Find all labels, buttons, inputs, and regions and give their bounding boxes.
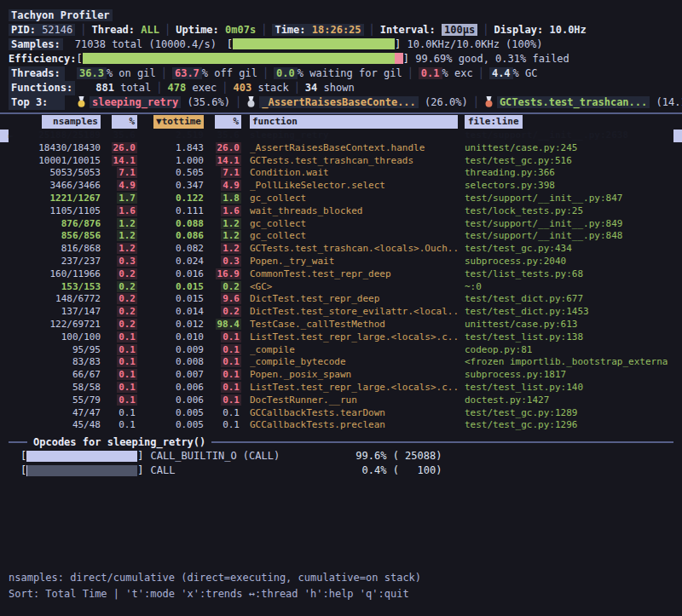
medal-icon: [484, 96, 494, 107]
cell-function: Popen._try_wait: [250, 256, 458, 268]
cell-pct-cumulative: 1.8: [204, 193, 241, 205]
table-row[interactable]: 3466/3466 4.9 0.347 4.9 _PollLikeSelecto…: [9, 180, 673, 193]
status-bar: PID: 52146│Thread: ALL│Uptime: 0m07s│Tim…: [9, 23, 673, 37]
table-row[interactable]: 55/79 0.1 0.006 0.1 DocTestRunner.__run …: [9, 394, 673, 407]
cell-tottime: 0.009: [137, 344, 204, 357]
column-header-tottime-sorted[interactable]: ▼tottime: [137, 115, 204, 129]
cell-tottime: 0.010: [137, 331, 204, 344]
display-label: Display:: [494, 24, 543, 36]
cell-function: DocTestRunner.__run: [250, 394, 458, 407]
title-line: Tachyon Profiler: [9, 9, 673, 23]
thread-stat: 36.3% on gil│: [77, 67, 172, 79]
samples-bar-fill: [233, 38, 395, 49]
table-row[interactable]: 122/69721 0.2 0.012 98.4 TestCase._callT…: [9, 319, 673, 331]
table-row[interactable]: 237/237 0.3 0.024 0.3 Popen._try_wait su…: [9, 256, 673, 268]
pid-value: 52146: [42, 24, 72, 36]
column-header-pct2[interactable]: %: [204, 115, 241, 129]
table-row[interactable]: 1221/1267 1.7 0.122 1.8 gc_collect test/…: [9, 193, 673, 205]
functions-label: Functions:: [9, 81, 75, 95]
cell-function: wait_threads_blocked: [250, 205, 458, 218]
cell-tottime: 0.015: [137, 281, 204, 294]
cell-pct-cumulative: 1.2: [204, 243, 241, 256]
cell-file-line: <frozen importlib._bootstrap_externa: [465, 356, 673, 369]
opcode-percent: 99.6% ( 25088): [348, 449, 442, 463]
cell-pct-cumulative: 1.2: [204, 230, 241, 243]
cell-file-line: test/support/__init__.py:849: [465, 218, 673, 231]
table-row[interactable]: 816/868 1.2 0.082 1.2 GCTests.test_trash…: [9, 243, 673, 256]
footer-keybindings: Sort: Total Time | 't':mode 'x':trends ↔…: [9, 586, 673, 602]
time-label: Time:: [275, 24, 305, 36]
cell-pct-cumulative: 0.1: [204, 382, 241, 394]
cell-pct-cumulative: 98.4: [204, 319, 241, 331]
table-row[interactable]: 160/11966 0.2 0.016 16.9 CommonTest.test…: [9, 268, 673, 281]
profiler-screen: Tachyon Profiler PID: 52146│Thread: ALL│…: [0, 0, 682, 616]
cell-nsamples: 47/47: [17, 407, 101, 420]
cell-pct-cumulative: 1.2: [204, 218, 241, 231]
cell-function: GCCallbackTests.preclean: [250, 419, 458, 432]
cell-function: DictTest.test_repr_deep: [250, 293, 458, 306]
table-row[interactable]: 25188/25189 35.6 2.519 35.6 sleeping_ret…: [9, 130, 673, 142]
cell-nsamples: 856/856: [17, 230, 101, 243]
cell-tottime: 1.000: [137, 155, 204, 168]
table-row[interactable]: 18430/18430 26.0 1.843 26.0 _AssertRaise…: [9, 142, 673, 155]
table-row[interactable]: 10001/10015 14.1 1.000 14.1 GCTests.test…: [9, 155, 673, 168]
cell-file-line: test/support/__init__.py:847: [465, 193, 673, 205]
table-row[interactable]: 876/876 1.2 0.088 1.2 gc_collect test/su…: [9, 218, 673, 231]
cell-pct-cumulative: 9.6: [204, 293, 241, 306]
opcodes-title: Opcodes for sleeping_retry(): [33, 436, 205, 448]
table-row[interactable]: 148/6772 0.2 0.015 9.6 DictTest.test_rep…: [9, 293, 673, 306]
cell-pct-direct: 1.7: [101, 193, 137, 205]
thread-value[interactable]: ALL: [141, 24, 159, 36]
column-header-pct1[interactable]: %: [101, 115, 137, 129]
table-row[interactable]: 58/58 0.1 0.006 0.1 ListTest.test_repr_l…: [9, 382, 673, 394]
table-row[interactable]: 95/95 0.1 0.009 0.1 _compile codeop.py:8…: [9, 344, 673, 357]
pid-label: PID:: [11, 24, 36, 36]
column-header-nsamples[interactable]: nsamples: [17, 115, 101, 129]
cell-pct-direct: 0.3: [101, 256, 137, 268]
thread-stat: 4.4% GC│: [489, 67, 538, 79]
cell-tottime: 0.016: [137, 268, 204, 281]
cell-function: TestCase._callTestMethod: [250, 319, 458, 331]
cell-pct-cumulative: 26.0: [204, 142, 241, 155]
cell-nsamples: 83/83: [17, 356, 101, 369]
thread-stat: 0.1% exc│: [419, 67, 489, 79]
opcode-bar-fill: [26, 465, 27, 476]
top-function[interactable]: sleeping_retry (35.6%)│: [77, 96, 246, 108]
table-row[interactable]: 45/48 0.1 0.005 0.1 GCCallbackTests.prec…: [9, 419, 673, 432]
opcode-bar-fill: [26, 451, 136, 462]
cell-nsamples: 25188/25189: [17, 130, 101, 142]
cell-tottime: 0.012: [137, 319, 204, 331]
divider: │: [402, 67, 419, 79]
rule-line: [211, 441, 673, 443]
cell-pct-cumulative: 0.1: [204, 407, 241, 420]
table-row[interactable]: 83/83 0.1 0.008 0.1 _compile_bytecode <f…: [9, 356, 673, 369]
cell-nsamples: 122/69721: [17, 319, 101, 331]
efficiency-summary: 99.69% good, 0.31% failed: [415, 53, 569, 65]
table-row[interactable]: 47/47 0.1 0.005 0.1 GCCallbackTests.tear…: [9, 407, 673, 420]
efficiency-bar-good-fill: [83, 53, 396, 64]
efficiency-label: Efficiency:: [9, 53, 76, 65]
table-row[interactable]: 100/100 0.1 0.010 0.1 ListTest.test_repr…: [9, 331, 673, 344]
table-row[interactable]: 1105/1105 1.6 0.111 1.6 wait_threads_blo…: [9, 205, 673, 218]
function-stat: 478 exec│: [168, 82, 234, 94]
cell-tottime: 0.086: [137, 230, 204, 243]
cell-tottime: 0.024: [137, 256, 204, 268]
interval-value[interactable]: 100µs: [442, 24, 477, 36]
cell-pct-direct: 0.1: [101, 382, 137, 394]
table-row[interactable]: 137/147 0.2 0.014 0.2 DictTest.test_stor…: [9, 306, 673, 319]
cell-tottime: 0.347: [137, 180, 204, 193]
top-function[interactable]: _AssertRaisesBaseConte... (26.0%)│: [246, 96, 484, 108]
cell-pct-cumulative: 0.2: [204, 306, 241, 319]
cell-file-line: unittest/case.py:245: [465, 142, 673, 155]
top-function[interactable]: GCTests.test_trashcan... (14.1%)│: [484, 96, 682, 108]
opcode-name: CALL: [150, 463, 348, 478]
cell-file-line: test/test_gc.py:434: [465, 243, 673, 256]
table-row[interactable]: 153/153 0.2 0.015 0.2 <GC> ~:0: [9, 281, 673, 294]
table-row[interactable]: 66/67 0.1 0.007 0.1 Popen._posix_spawn s…: [9, 369, 673, 382]
thread-stat: 63.7% off gil│: [172, 67, 274, 79]
column-header-file-line[interactable]: file:line: [465, 115, 673, 129]
table-row[interactable]: 856/856 1.2 0.086 1.2 gc_collect test/su…: [9, 230, 673, 243]
top3-line: Top 3:sleeping_retry (35.6%)│_AssertRais…: [9, 95, 673, 110]
table-row[interactable]: 5053/5053 7.1 0.505 7.1 Condition.wait t…: [9, 167, 673, 180]
column-header-function[interactable]: function: [250, 115, 458, 129]
